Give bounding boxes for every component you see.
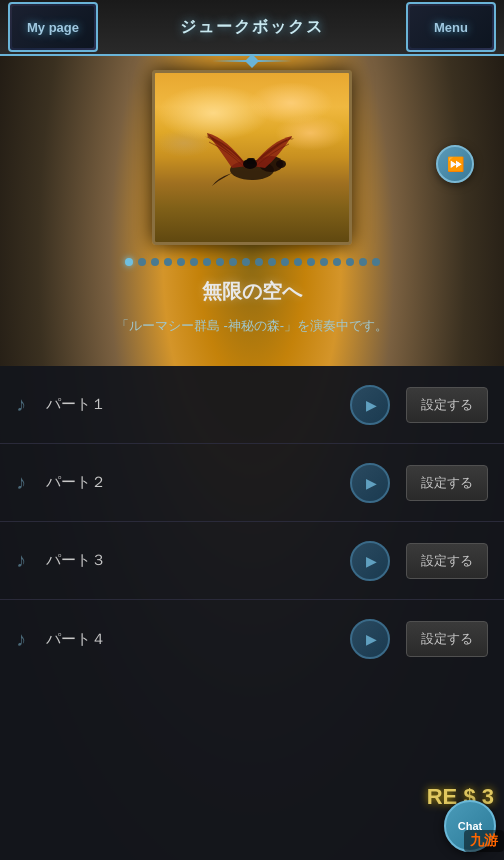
dot-2 bbox=[138, 258, 146, 266]
dot-14 bbox=[294, 258, 302, 266]
dot-10 bbox=[242, 258, 250, 266]
dot-5 bbox=[177, 258, 185, 266]
album-art-bg bbox=[155, 73, 349, 242]
dot-13 bbox=[281, 258, 289, 266]
dot-17 bbox=[333, 258, 341, 266]
note-icon-1: ♪ bbox=[16, 393, 26, 416]
set-button-2[interactable]: 設定する bbox=[406, 465, 488, 501]
my-page-button[interactable]: My page bbox=[8, 2, 98, 52]
play-button-1[interactable] bbox=[350, 385, 390, 425]
progress-dots bbox=[0, 258, 504, 266]
fast-forward-button[interactable] bbox=[436, 145, 474, 183]
set-button-1[interactable]: 設定する bbox=[406, 387, 488, 423]
dot-19 bbox=[359, 258, 367, 266]
play-button-4[interactable] bbox=[350, 619, 390, 659]
svg-rect-4 bbox=[247, 158, 255, 164]
jiuyou-watermark: 九游 bbox=[464, 830, 504, 852]
dot-8 bbox=[216, 258, 224, 266]
note-icon-4: ♪ bbox=[16, 628, 26, 651]
play-button-3[interactable] bbox=[350, 541, 390, 581]
track-item-4: ♪ パート４ 設定する bbox=[0, 600, 504, 678]
note-icon-2: ♪ bbox=[16, 471, 26, 494]
menu-button[interactable]: Menu bbox=[406, 2, 496, 52]
track-item-3: ♪ パート３ 設定する bbox=[0, 522, 504, 600]
now-playing-container: 「ルーマシー群島 -神秘の森-」を演奏中です。 bbox=[0, 316, 504, 335]
track-label-4: パート４ bbox=[46, 630, 350, 649]
dot-16 bbox=[320, 258, 328, 266]
album-art bbox=[152, 70, 352, 245]
top-bar: My page ジュークボックス Menu bbox=[0, 0, 504, 56]
dot-1 bbox=[125, 258, 133, 266]
now-playing-text: 「ルーマシー群島 -神秘の森-」を演奏中です。 bbox=[116, 318, 388, 333]
dragon-illustration bbox=[197, 128, 307, 202]
ornament-diamond bbox=[245, 54, 259, 68]
dot-4 bbox=[164, 258, 172, 266]
set-button-4[interactable]: 設定する bbox=[406, 621, 488, 657]
dot-20 bbox=[372, 258, 380, 266]
track-item-2: ♪ パート２ 設定する bbox=[0, 444, 504, 522]
dot-11 bbox=[255, 258, 263, 266]
track-label-1: パート１ bbox=[46, 395, 350, 414]
song-title-container: 無限の空へ bbox=[0, 278, 504, 305]
dot-9 bbox=[229, 258, 237, 266]
set-button-3[interactable]: 設定する bbox=[406, 543, 488, 579]
dot-12 bbox=[268, 258, 276, 266]
track-label-2: パート２ bbox=[46, 473, 350, 492]
dot-3 bbox=[151, 258, 159, 266]
top-ornament bbox=[212, 54, 292, 70]
svg-point-2 bbox=[276, 160, 286, 168]
note-icon-3: ♪ bbox=[16, 549, 26, 572]
track-item-1: ♪ パート１ 設定する bbox=[0, 366, 504, 444]
dot-15 bbox=[307, 258, 315, 266]
album-section bbox=[0, 70, 504, 245]
dot-7 bbox=[203, 258, 211, 266]
dot-6 bbox=[190, 258, 198, 266]
dot-18 bbox=[346, 258, 354, 266]
menu-label: Menu bbox=[434, 20, 468, 35]
song-title-text: 無限の空へ bbox=[202, 280, 302, 302]
page-title: ジュークボックス bbox=[180, 17, 324, 38]
play-button-2[interactable] bbox=[350, 463, 390, 503]
my-page-label: My page bbox=[27, 20, 79, 35]
track-label-3: パート３ bbox=[46, 551, 350, 570]
